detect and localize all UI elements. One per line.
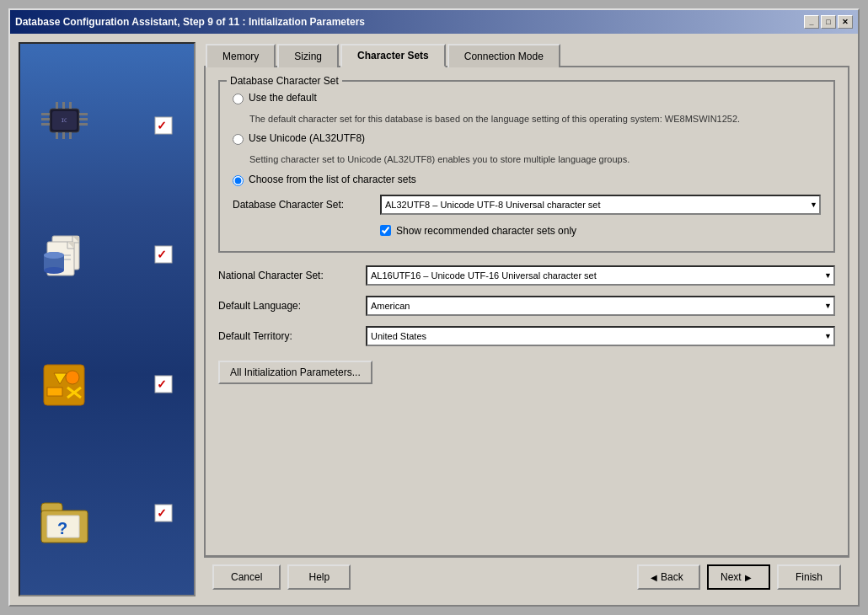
- tab-memory[interactable]: Memory: [206, 44, 276, 67]
- finish-button[interactable]: Finish: [777, 564, 841, 590]
- svg-rect-13: [69, 132, 72, 139]
- show-recommended-row: Show recommended character sets only: [380, 225, 821, 237]
- tools-icon: [37, 361, 88, 407]
- svg-rect-7: [79, 123, 88, 126]
- tab-connection-mode[interactable]: Connection Mode: [447, 44, 560, 67]
- window-title: Database Configuration Assistant, Step 9…: [15, 16, 365, 28]
- sidebar-item-tools: ✓: [29, 354, 185, 414]
- next-arrow: ▶: [745, 573, 752, 582]
- check-icon-1: ✓: [154, 116, 173, 135]
- svg-point-36: [66, 371, 79, 384]
- default-territory-select-wrapper: United States: [366, 326, 835, 346]
- radio-use-unicode-input[interactable]: [233, 134, 244, 145]
- use-unicode-desc: Setting character set to Unicode (AL32UT…: [249, 153, 821, 166]
- documents-icon: [37, 232, 88, 278]
- bottom-right-buttons: ◀ Back Next ▶ Finish: [637, 564, 841, 590]
- next-button[interactable]: Next ▶: [707, 564, 770, 590]
- svg-rect-2: [41, 113, 50, 115]
- national-char-set-select[interactable]: AL16UTF16 – Unicode UTF-16 Universal cha…: [366, 265, 835, 286]
- svg-rect-37: [47, 388, 62, 396]
- default-language-row: Default Language: American: [218, 296, 835, 316]
- svg-rect-3: [41, 118, 50, 120]
- svg-rect-10: [69, 102, 72, 109]
- svg-rect-9: [62, 102, 65, 109]
- default-language-select[interactable]: American: [366, 296, 835, 316]
- svg-point-30: [44, 267, 64, 274]
- sidebar-item-documents: ✓: [29, 225, 185, 285]
- bottom-left-buttons: Cancel Help: [212, 564, 351, 590]
- svg-text:IC: IC: [61, 117, 67, 123]
- radio-use-default-input[interactable]: [233, 94, 244, 104]
- show-recommended-label[interactable]: Show recommended character sets only: [396, 225, 576, 237]
- default-territory-label: Default Territory:: [218, 330, 366, 342]
- close-button[interactable]: ✕: [838, 15, 853, 29]
- svg-rect-34: [44, 365, 84, 405]
- svg-rect-12: [62, 132, 65, 139]
- db-char-set-label: Database Character Set:: [233, 199, 380, 211]
- show-recommended-checkbox[interactable]: [380, 225, 391, 236]
- back-label: Back: [661, 571, 683, 583]
- tab-sizing[interactable]: Sizing: [277, 44, 339, 67]
- next-label: Next: [721, 571, 742, 583]
- main-content: Memory Sizing Character Sets Connection …: [204, 42, 849, 596]
- national-char-set-row: National Character Set: AL16UTF16 – Unic…: [218, 265, 835, 286]
- check-icon-4: ✓: [154, 504, 173, 522]
- tab-character-sets[interactable]: Character Sets: [340, 44, 446, 67]
- help-button[interactable]: Help: [287, 564, 351, 590]
- check-icon-2: ✓: [154, 245, 173, 264]
- sidebar: IC ✓: [19, 42, 196, 596]
- svg-rect-6: [79, 118, 88, 120]
- maximize-button[interactable]: □: [821, 15, 836, 29]
- svg-text:✓: ✓: [157, 248, 167, 261]
- db-char-set-row: Database Character Set: AL32UTF8 – Unico…: [233, 195, 821, 215]
- all-params-button[interactable]: All Initialization Parameters...: [218, 361, 372, 384]
- sidebar-item-folder: ? ✓: [29, 484, 185, 543]
- sidebar-item-chip: IC ✓: [29, 95, 185, 155]
- back-button[interactable]: ◀ Back: [637, 564, 700, 590]
- national-char-set-select-wrapper: AL16UTF16 – Unicode UTF-16 Universal cha…: [366, 265, 835, 286]
- radio-choose-list: Choose from the list of character sets: [233, 174, 821, 186]
- svg-rect-11: [56, 132, 58, 139]
- title-bar: Database Configuration Assistant, Step 9…: [10, 10, 858, 34]
- tab-bar: Memory Sizing Character Sets Connection …: [204, 42, 849, 66]
- group-title: Database Character Set: [227, 75, 342, 87]
- svg-rect-8: [56, 102, 58, 109]
- chip-icon: IC: [37, 102, 88, 148]
- cancel-button[interactable]: Cancel: [212, 564, 281, 590]
- default-territory-select[interactable]: United States: [366, 326, 835, 346]
- svg-rect-4: [41, 123, 50, 126]
- character-sets-panel: Database Character Set Use the default T…: [204, 66, 849, 557]
- national-char-set-label: National Character Set:: [218, 270, 366, 281]
- db-char-set-select-wrapper: AL32UTF8 – Unicode UTF-8 Universal chara…: [380, 195, 821, 215]
- radio-choose-list-input[interactable]: [233, 175, 244, 186]
- db-char-set-group: Database Character Set Use the default T…: [218, 80, 835, 253]
- default-language-select-wrapper: American: [366, 296, 835, 316]
- main-window: Database Configuration Assistant, Step 9…: [8, 8, 860, 607]
- back-arrow: ◀: [651, 573, 657, 582]
- minimize-button[interactable]: _: [804, 15, 819, 29]
- svg-rect-5: [79, 113, 88, 115]
- svg-text:✓: ✓: [157, 377, 167, 391]
- radio-use-unicode-label[interactable]: Use Unicode (AL32UTF8): [249, 132, 365, 144]
- radio-use-default: Use the default: [233, 92, 821, 104]
- svg-point-31: [44, 252, 64, 259]
- radio-use-default-label[interactable]: Use the default: [249, 92, 317, 104]
- svg-text:✓: ✓: [157, 506, 167, 520]
- folder-icon: ?: [37, 490, 88, 537]
- default-language-label: Default Language:: [218, 300, 366, 312]
- use-default-desc: The default character set for this datab…: [249, 113, 821, 126]
- check-icon-3: ✓: [154, 375, 173, 393]
- svg-text:?: ?: [57, 519, 67, 537]
- bottom-bar: Cancel Help ◀ Back Next ▶ Finish: [204, 557, 849, 596]
- db-char-set-select[interactable]: AL32UTF8 – Unicode UTF-8 Universal chara…: [380, 195, 821, 215]
- window-controls: _ □ ✕: [804, 15, 853, 29]
- window-body: IC ✓: [10, 34, 858, 605]
- radio-choose-list-label[interactable]: Choose from the list of character sets: [249, 174, 416, 185]
- svg-text:✓: ✓: [157, 119, 167, 132]
- default-territory-row: Default Territory: United States: [218, 326, 835, 346]
- radio-use-unicode: Use Unicode (AL32UTF8): [233, 132, 821, 145]
